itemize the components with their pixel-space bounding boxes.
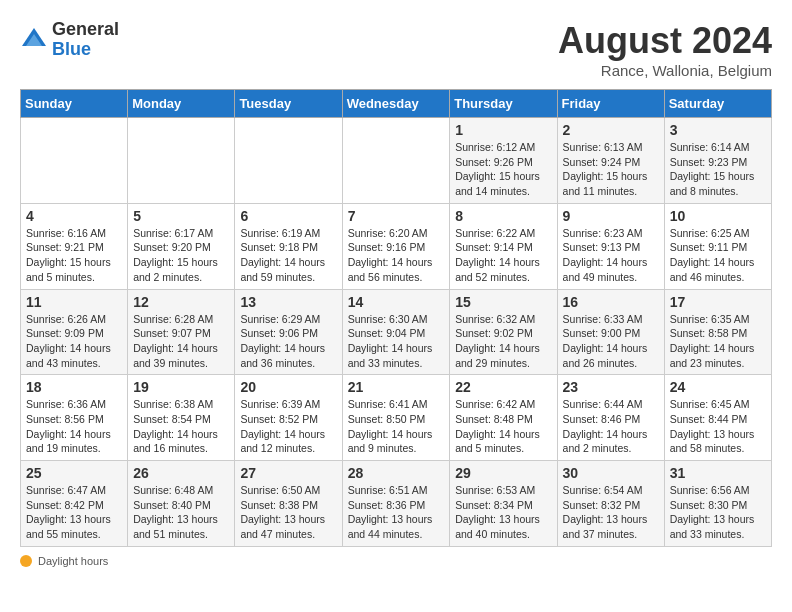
day-number: 12 — [133, 294, 229, 310]
day-number: 28 — [348, 465, 445, 481]
day-number: 2 — [563, 122, 659, 138]
calendar-cell — [342, 118, 450, 204]
day-number: 21 — [348, 379, 445, 395]
day-info: Sunrise: 6:42 AM Sunset: 8:48 PM Dayligh… — [455, 397, 551, 456]
calendar-day-header: Monday — [128, 90, 235, 118]
calendar-cell: 23Sunrise: 6:44 AM Sunset: 8:46 PM Dayli… — [557, 375, 664, 461]
day-number: 8 — [455, 208, 551, 224]
day-info: Sunrise: 6:50 AM Sunset: 8:38 PM Dayligh… — [240, 483, 336, 542]
day-info: Sunrise: 6:13 AM Sunset: 9:24 PM Dayligh… — [563, 140, 659, 199]
calendar-cell: 4Sunrise: 6:16 AM Sunset: 9:21 PM Daylig… — [21, 203, 128, 289]
calendar-day-header: Tuesday — [235, 90, 342, 118]
day-info: Sunrise: 6:47 AM Sunset: 8:42 PM Dayligh… — [26, 483, 122, 542]
day-info: Sunrise: 6:28 AM Sunset: 9:07 PM Dayligh… — [133, 312, 229, 371]
day-info: Sunrise: 6:30 AM Sunset: 9:04 PM Dayligh… — [348, 312, 445, 371]
calendar-cell — [21, 118, 128, 204]
day-number: 22 — [455, 379, 551, 395]
day-number: 17 — [670, 294, 766, 310]
day-info: Sunrise: 6:51 AM Sunset: 8:36 PM Dayligh… — [348, 483, 445, 542]
calendar-cell: 12Sunrise: 6:28 AM Sunset: 9:07 PM Dayli… — [128, 289, 235, 375]
day-number: 9 — [563, 208, 659, 224]
calendar-cell: 19Sunrise: 6:38 AM Sunset: 8:54 PM Dayli… — [128, 375, 235, 461]
calendar-cell: 15Sunrise: 6:32 AM Sunset: 9:02 PM Dayli… — [450, 289, 557, 375]
calendar-cell: 3Sunrise: 6:14 AM Sunset: 9:23 PM Daylig… — [664, 118, 771, 204]
day-number: 11 — [26, 294, 122, 310]
day-number: 16 — [563, 294, 659, 310]
logo-blue: Blue — [52, 40, 119, 60]
calendar-cell: 9Sunrise: 6:23 AM Sunset: 9:13 PM Daylig… — [557, 203, 664, 289]
day-info: Sunrise: 6:44 AM Sunset: 8:46 PM Dayligh… — [563, 397, 659, 456]
calendar-cell: 13Sunrise: 6:29 AM Sunset: 9:06 PM Dayli… — [235, 289, 342, 375]
day-info: Sunrise: 6:33 AM Sunset: 9:00 PM Dayligh… — [563, 312, 659, 371]
calendar-cell: 7Sunrise: 6:20 AM Sunset: 9:16 PM Daylig… — [342, 203, 450, 289]
calendar-week-row: 11Sunrise: 6:26 AM Sunset: 9:09 PM Dayli… — [21, 289, 772, 375]
calendar-cell: 27Sunrise: 6:50 AM Sunset: 8:38 PM Dayli… — [235, 461, 342, 547]
legend-text: Daylight hours — [38, 555, 108, 567]
calendar-cell: 10Sunrise: 6:25 AM Sunset: 9:11 PM Dayli… — [664, 203, 771, 289]
day-info: Sunrise: 6:14 AM Sunset: 9:23 PM Dayligh… — [670, 140, 766, 199]
calendar-cell — [128, 118, 235, 204]
calendar-cell: 17Sunrise: 6:35 AM Sunset: 8:58 PM Dayli… — [664, 289, 771, 375]
day-number: 25 — [26, 465, 122, 481]
calendar-day-header: Friday — [557, 90, 664, 118]
day-number: 7 — [348, 208, 445, 224]
calendar-table: SundayMondayTuesdayWednesdayThursdayFrid… — [20, 89, 772, 547]
calendar-week-row: 25Sunrise: 6:47 AM Sunset: 8:42 PM Dayli… — [21, 461, 772, 547]
calendar-cell: 5Sunrise: 6:17 AM Sunset: 9:20 PM Daylig… — [128, 203, 235, 289]
calendar-cell: 11Sunrise: 6:26 AM Sunset: 9:09 PM Dayli… — [21, 289, 128, 375]
day-info: Sunrise: 6:19 AM Sunset: 9:18 PM Dayligh… — [240, 226, 336, 285]
day-info: Sunrise: 6:29 AM Sunset: 9:06 PM Dayligh… — [240, 312, 336, 371]
title-block: August 2024 Rance, Wallonia, Belgium — [558, 20, 772, 79]
calendar-cell: 16Sunrise: 6:33 AM Sunset: 9:00 PM Dayli… — [557, 289, 664, 375]
calendar-cell: 24Sunrise: 6:45 AM Sunset: 8:44 PM Dayli… — [664, 375, 771, 461]
calendar-week-row: 18Sunrise: 6:36 AM Sunset: 8:56 PM Dayli… — [21, 375, 772, 461]
calendar-cell: 28Sunrise: 6:51 AM Sunset: 8:36 PM Dayli… — [342, 461, 450, 547]
calendar-cell: 21Sunrise: 6:41 AM Sunset: 8:50 PM Dayli… — [342, 375, 450, 461]
logo-icon — [20, 26, 48, 54]
page-header: General Blue August 2024 Rance, Wallonia… — [20, 20, 772, 79]
calendar-cell: 30Sunrise: 6:54 AM Sunset: 8:32 PM Dayli… — [557, 461, 664, 547]
day-number: 31 — [670, 465, 766, 481]
day-number: 26 — [133, 465, 229, 481]
calendar-day-header: Wednesday — [342, 90, 450, 118]
calendar-cell: 8Sunrise: 6:22 AM Sunset: 9:14 PM Daylig… — [450, 203, 557, 289]
logo-text: General Blue — [52, 20, 119, 60]
calendar-cell: 18Sunrise: 6:36 AM Sunset: 8:56 PM Dayli… — [21, 375, 128, 461]
day-number: 29 — [455, 465, 551, 481]
day-info: Sunrise: 6:54 AM Sunset: 8:32 PM Dayligh… — [563, 483, 659, 542]
day-info: Sunrise: 6:32 AM Sunset: 9:02 PM Dayligh… — [455, 312, 551, 371]
calendar-week-row: 1Sunrise: 6:12 AM Sunset: 9:26 PM Daylig… — [21, 118, 772, 204]
location: Rance, Wallonia, Belgium — [558, 62, 772, 79]
calendar-day-header: Sunday — [21, 90, 128, 118]
calendar-cell: 31Sunrise: 6:56 AM Sunset: 8:30 PM Dayli… — [664, 461, 771, 547]
day-info: Sunrise: 6:45 AM Sunset: 8:44 PM Dayligh… — [670, 397, 766, 456]
calendar-cell: 14Sunrise: 6:30 AM Sunset: 9:04 PM Dayli… — [342, 289, 450, 375]
legend-icon — [20, 555, 32, 567]
day-info: Sunrise: 6:26 AM Sunset: 9:09 PM Dayligh… — [26, 312, 122, 371]
calendar-cell: 2Sunrise: 6:13 AM Sunset: 9:24 PM Daylig… — [557, 118, 664, 204]
day-info: Sunrise: 6:23 AM Sunset: 9:13 PM Dayligh… — [563, 226, 659, 285]
day-info: Sunrise: 6:48 AM Sunset: 8:40 PM Dayligh… — [133, 483, 229, 542]
day-number: 20 — [240, 379, 336, 395]
day-info: Sunrise: 6:12 AM Sunset: 9:26 PM Dayligh… — [455, 140, 551, 199]
day-number: 19 — [133, 379, 229, 395]
calendar-week-row: 4Sunrise: 6:16 AM Sunset: 9:21 PM Daylig… — [21, 203, 772, 289]
month-year: August 2024 — [558, 20, 772, 62]
day-number: 5 — [133, 208, 229, 224]
day-info: Sunrise: 6:39 AM Sunset: 8:52 PM Dayligh… — [240, 397, 336, 456]
day-number: 13 — [240, 294, 336, 310]
logo: General Blue — [20, 20, 119, 60]
calendar-cell: 1Sunrise: 6:12 AM Sunset: 9:26 PM Daylig… — [450, 118, 557, 204]
day-number: 24 — [670, 379, 766, 395]
calendar-cell: 26Sunrise: 6:48 AM Sunset: 8:40 PM Dayli… — [128, 461, 235, 547]
calendar-day-header: Saturday — [664, 90, 771, 118]
day-info: Sunrise: 6:56 AM Sunset: 8:30 PM Dayligh… — [670, 483, 766, 542]
day-number: 6 — [240, 208, 336, 224]
day-number: 3 — [670, 122, 766, 138]
day-number: 1 — [455, 122, 551, 138]
calendar-day-header: Thursday — [450, 90, 557, 118]
day-number: 4 — [26, 208, 122, 224]
calendar-cell: 6Sunrise: 6:19 AM Sunset: 9:18 PM Daylig… — [235, 203, 342, 289]
day-info: Sunrise: 6:36 AM Sunset: 8:56 PM Dayligh… — [26, 397, 122, 456]
calendar-cell: 25Sunrise: 6:47 AM Sunset: 8:42 PM Dayli… — [21, 461, 128, 547]
